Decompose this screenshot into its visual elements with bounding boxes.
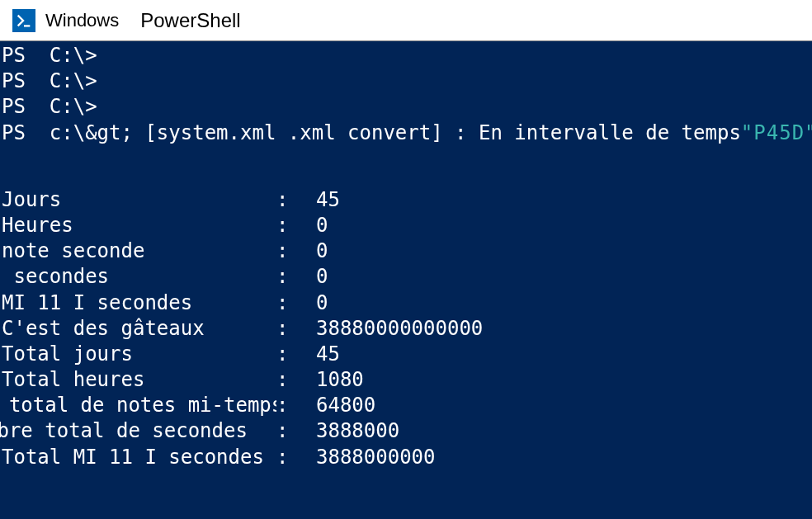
output-row: C'est des gâteaux:38880000000000 [0,316,812,342]
prompt-line: PS C:\> [0,43,812,68]
output-label: Jours [0,187,276,213]
output-colon: : [276,264,316,290]
output-value: 64800 [316,393,812,418]
output-value: 45 [316,342,812,367]
powershell-icon [12,9,35,32]
output-value: 0 [316,290,812,316]
output-colon: : [276,445,316,470]
output-label: Heures [0,213,276,238]
output-colon: : [276,393,316,418]
titlebar-text-powershell: PowerShell [140,9,240,32]
output-value: 45 [316,187,812,213]
output-label: Total heures [0,367,276,393]
output-row: Jours:45 [0,187,812,213]
command-line: PS c:\&gt; [system.xml .xml convert] : E… [0,120,812,146]
output-value: 3888000000 [316,445,812,470]
prompt-line: PS C:\> [0,68,812,94]
output-colon: : [276,187,316,213]
output-colon: : [276,290,316,316]
titlebar-text-windows: Windows [45,10,119,31]
output-row: note seconde:0 [0,238,812,264]
output-value: 0 [316,238,812,264]
terminal-output[interactable]: PS C:\> PS C:\> PS C:\> PS c:\&gt; [syst… [0,41,812,470]
prompt-line: PS C:\> [0,94,812,120]
output-colon: : [276,367,316,393]
output-label: Total MI 11 I secondes [0,445,276,470]
output-value: 0 [316,213,812,238]
output-label: C'est des gâteaux [0,316,276,342]
output-colon: : [276,342,316,367]
output-label: secondes [0,264,276,290]
output-label: note seconde [0,238,276,264]
output-table: Jours:45Heures:0note seconde:0 secondes:… [0,187,812,470]
output-label: nbre total de secondes [0,418,276,444]
output-label: e total de notes mi-temps [0,393,276,418]
output-row: MI 11 I secondes:0 [0,290,812,316]
output-value: 0 [316,264,812,290]
output-row: Total MI 11 I secondes:3888000000 [0,445,812,470]
output-value: 3888000 [316,418,812,444]
command-argument: "P45D") [741,120,812,146]
output-row: secondes:0 [0,264,812,290]
output-row: nbre total de secondes:3888000 [0,418,812,444]
output-row: e total de notes mi-temps:64800 [0,393,812,418]
output-label: Total jours [0,342,276,367]
output-row: Total jours:45 [0,342,812,367]
output-colon: : [276,418,316,444]
window-titlebar: Windows PowerShell [0,0,812,41]
output-colon: : [276,213,316,238]
output-colon: : [276,238,316,264]
output-value: 38880000000000 [316,316,812,342]
output-value: 1080 [316,367,812,393]
output-label: MI 11 I secondes [0,290,276,316]
output-row: Heures:0 [0,213,812,238]
output-row: Total heures:1080 [0,367,812,393]
command-text: PS c:\&gt; [system.xml .xml convert] : E… [2,120,741,146]
output-colon: : [276,316,316,342]
